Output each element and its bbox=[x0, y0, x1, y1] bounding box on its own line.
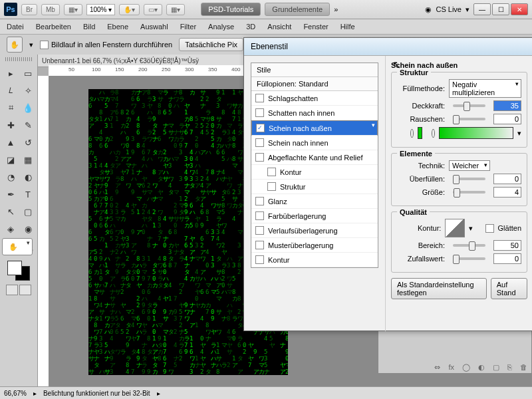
maximize-button[interactable]: ☐ bbox=[492, 3, 509, 15]
style-stroke[interactable]: Kontur bbox=[251, 253, 378, 267]
color-radio[interactable] bbox=[410, 129, 414, 138]
heal-tool[interactable]: ✚ bbox=[2, 117, 19, 133]
blur-tool[interactable]: ◔ bbox=[2, 169, 19, 185]
style-innerglow[interactable]: Schein nach innen bbox=[251, 136, 378, 150]
antialias-checkbox[interactable] bbox=[485, 224, 493, 233]
hand-button[interactable]: ✋▾ bbox=[119, 4, 140, 15]
pen-tool[interactable]: ✒ bbox=[2, 186, 19, 202]
crop-tool[interactable]: ⌗ bbox=[2, 100, 19, 116]
gradient-tool[interactable]: ▦ bbox=[19, 152, 37, 168]
opacity-slider[interactable] bbox=[453, 104, 485, 107]
reset-default-button[interactable]: Auf Stand bbox=[491, 278, 527, 299]
quickmask-on[interactable] bbox=[19, 285, 31, 295]
gradient-radio[interactable] bbox=[432, 129, 435, 138]
dodge-tool[interactable]: ◐ bbox=[19, 169, 37, 185]
link-icon[interactable]: ⇔ bbox=[434, 363, 440, 372]
scroll-all-checkbox[interactable]: Bildlauf in allen Fenstern durchführen bbox=[40, 41, 172, 49]
toolbox-handle[interactable] bbox=[5, 57, 32, 61]
style-bevel-texture[interactable]: Struktur bbox=[251, 180, 378, 194]
menu-window[interactable]: Fenster bbox=[303, 23, 328, 31]
screen-button[interactable]: ▭▾ bbox=[144, 4, 162, 15]
contour-picker[interactable] bbox=[445, 219, 465, 237]
menu-edit[interactable]: Bearbeiten bbox=[36, 23, 71, 31]
menu-view[interactable]: Ansicht bbox=[267, 23, 291, 31]
jitter-input[interactable]: 0 bbox=[493, 253, 521, 264]
folder-icon[interactable]: ▢ bbox=[493, 363, 499, 372]
range-slider[interactable] bbox=[453, 244, 485, 247]
adjust-icon[interactable]: ◐ bbox=[478, 363, 485, 372]
close-button[interactable]: ✕ bbox=[511, 3, 528, 15]
cslive-icon[interactable]: ◉ bbox=[425, 5, 432, 14]
minimize-button[interactable]: — bbox=[473, 3, 491, 15]
3d-cam-tool[interactable]: ◉ bbox=[19, 221, 37, 237]
trash-icon[interactable]: 🗑 bbox=[520, 363, 527, 372]
history-tool[interactable]: ↺ bbox=[19, 134, 37, 150]
workspace-tab[interactable]: Grundelemente bbox=[265, 3, 330, 16]
size-slider[interactable] bbox=[453, 191, 485, 194]
bridge-button[interactable]: Br bbox=[21, 4, 37, 15]
menu-help[interactable]: Hilfe bbox=[340, 23, 355, 31]
style-satin[interactable]: Glanz bbox=[251, 194, 378, 209]
opacity-input[interactable]: 35 bbox=[493, 100, 521, 111]
type-tool[interactable]: T bbox=[19, 186, 37, 202]
zoom-select[interactable]: 100% ▾ bbox=[86, 4, 115, 15]
menu-select[interactable]: Auswahl bbox=[140, 23, 168, 31]
tool-preset-icon[interactable]: ✋ bbox=[7, 37, 23, 53]
panel-dock: ⇔ fx ◯ ◐ ▢ ⎘ 🗑 bbox=[378, 326, 532, 374]
menu-filter[interactable]: Filter bbox=[180, 23, 196, 31]
cslive-label[interactable]: CS Live bbox=[436, 5, 462, 13]
menu-image[interactable]: Bild bbox=[83, 23, 95, 31]
blend-options[interactable]: Füllopionen: Standard bbox=[251, 77, 378, 91]
more-arrows[interactable]: » bbox=[334, 5, 338, 13]
style-coloroverlay[interactable]: Farbüberlagerung bbox=[251, 209, 378, 223]
view-button[interactable]: ▦▾ bbox=[64, 4, 82, 15]
menu-analysis[interactable]: Analyse bbox=[208, 23, 234, 31]
dialog-title[interactable]: Ebenenstil bbox=[244, 38, 532, 56]
eyedrop-tool[interactable]: 💧 bbox=[19, 100, 37, 116]
status-zoom[interactable]: 66,67% bbox=[4, 390, 27, 397]
size-input[interactable]: 4 bbox=[493, 187, 521, 198]
wand-tool[interactable]: ✧ bbox=[19, 82, 37, 98]
styles-header[interactable]: Stile bbox=[251, 63, 378, 77]
3d-tool[interactable]: ◈ bbox=[2, 221, 19, 237]
eraser-tool[interactable]: ◪ bbox=[2, 152, 19, 168]
new-icon[interactable]: ⎘ bbox=[507, 363, 512, 372]
style-innershadow[interactable]: Schatten nach innen bbox=[251, 106, 378, 120]
move-tool[interactable]: ▸ bbox=[2, 65, 19, 81]
fx-icon[interactable]: fx bbox=[448, 363, 454, 372]
lasso-tool[interactable]: 𝘓 bbox=[2, 82, 19, 98]
marquee-tool[interactable]: ▭ bbox=[19, 65, 37, 81]
menu-layer[interactable]: Ebene bbox=[107, 23, 128, 31]
spread-input[interactable]: 0 bbox=[493, 174, 521, 184]
make-default-button[interactable]: Als Standardeinstellung festlegen bbox=[391, 278, 487, 299]
hand-tool[interactable]: ✋ bbox=[2, 238, 33, 255]
workspace-tab-active[interactable]: PSD-Tutorials bbox=[201, 3, 261, 16]
extras-button[interactable]: ▦▾ bbox=[166, 4, 185, 15]
style-dropshadow[interactable]: Schlagschatten bbox=[251, 91, 378, 106]
menu-file[interactable]: Datei bbox=[7, 23, 24, 31]
spread-slider[interactable] bbox=[453, 178, 485, 180]
path-tool[interactable]: ↖ bbox=[2, 203, 19, 219]
style-outerglow[interactable]: Schein nach außen bbox=[251, 120, 378, 136]
brush-tool[interactable]: ✎ bbox=[19, 117, 37, 133]
technique-select[interactable]: Weicher bbox=[449, 160, 490, 171]
minibridge-button[interactable]: Mb bbox=[41, 4, 60, 15]
color-swatch[interactable] bbox=[7, 261, 30, 281]
menu-3d[interactable]: 3D bbox=[246, 23, 255, 31]
shape-tool[interactable]: ▢ bbox=[19, 203, 37, 219]
style-bevel[interactable]: Abgeflachte Kante und Relief bbox=[251, 150, 378, 165]
stamp-tool[interactable]: ▲ bbox=[2, 134, 19, 150]
noise-input[interactable]: 0 bbox=[493, 114, 521, 124]
style-bevel-contour[interactable]: Kontur bbox=[251, 165, 378, 180]
style-gradientoverlay[interactable]: Verlaufsüberlagerung bbox=[251, 223, 378, 238]
glow-gradient[interactable] bbox=[439, 127, 513, 139]
mask-icon[interactable]: ◯ bbox=[462, 363, 470, 372]
range-input[interactable]: 50 bbox=[493, 240, 521, 251]
blendmode-select[interactable]: Negativ multiplizieren bbox=[449, 79, 521, 98]
jitter-slider[interactable] bbox=[453, 257, 485, 260]
quickmask-off[interactable] bbox=[6, 285, 18, 295]
glow-color[interactable] bbox=[418, 127, 423, 139]
noise-slider[interactable] bbox=[453, 118, 485, 120]
actual-pixels-button[interactable]: Tatsächliche Pix bbox=[179, 38, 243, 51]
style-patternoverlay[interactable]: Musterüberlagerung bbox=[251, 238, 378, 253]
